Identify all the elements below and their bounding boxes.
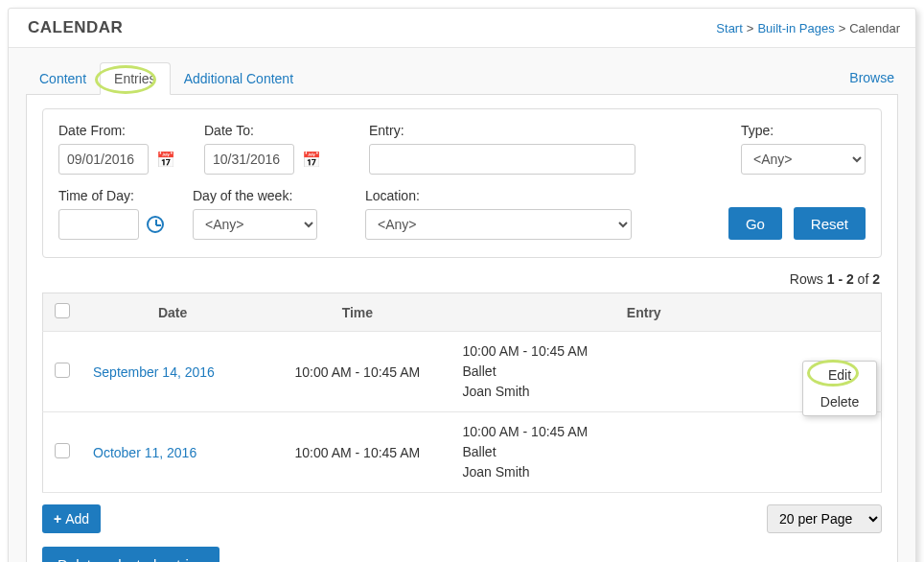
tab-content[interactable]: Content	[26, 63, 100, 94]
go-button[interactable]: Go	[728, 207, 782, 240]
select-all-checkbox[interactable]	[55, 303, 70, 318]
label-date-to: Date To:	[204, 123, 321, 138]
calendar-icon[interactable]: 📅	[156, 151, 175, 169]
breadcrumb-current: Calendar	[849, 21, 900, 35]
delete-selected-button[interactable]: Delete selected entries	[42, 547, 219, 562]
label-day-of-week: Day of the week:	[193, 188, 317, 203]
breadcrumb-builtin[interactable]: Built-in Pages	[757, 21, 834, 35]
row-date-link[interactable]: October 11, 2016	[93, 445, 196, 460]
page-title: CALENDAR	[28, 18, 123, 37]
row-entry: 10:00 AM - 10:45 AM Ballet Joan Smith	[451, 332, 838, 412]
tab-entries[interactable]: Entries	[100, 62, 171, 95]
label-date-from: Date From:	[58, 123, 175, 138]
label-time-of-day: Time of Day:	[58, 188, 164, 203]
plus-icon: +	[54, 511, 61, 527]
table-row: September 14, 2016 10:00 AM - 10:45 AM 1…	[43, 332, 882, 412]
column-date: Date	[81, 293, 264, 332]
calendar-icon[interactable]: 📅	[302, 151, 321, 169]
filter-panel: Date From: 📅 Date To: 📅	[42, 108, 882, 258]
row-time: 10:00 AM - 10:45 AM	[264, 412, 450, 493]
date-to-input[interactable]	[204, 144, 294, 175]
dropdown-delete[interactable]: Delete	[803, 388, 876, 415]
time-of-day-input[interactable]	[58, 209, 139, 240]
row-checkbox[interactable]	[55, 363, 70, 378]
tab-additional-content[interactable]: Additional Content	[171, 63, 307, 94]
row-entry: 10:00 AM - 10:45 AM Ballet Joan Smith	[451, 412, 838, 493]
browse-link[interactable]: Browse	[845, 62, 898, 93]
add-button[interactable]: +Add	[42, 504, 101, 533]
column-entry: Entry	[451, 293, 838, 332]
location-select[interactable]: <Any>	[365, 209, 632, 240]
row-checkbox[interactable]	[55, 443, 70, 458]
row-actions-dropdown: Edit Delete	[802, 361, 877, 416]
type-select[interactable]: <Any>	[741, 144, 866, 175]
row-time: 10:00 AM - 10:45 AM	[264, 332, 450, 412]
clock-icon[interactable]	[147, 216, 164, 233]
reset-button[interactable]: Reset	[794, 207, 866, 240]
dropdown-edit[interactable]: Edit	[803, 362, 876, 388]
entries-table: Date Time Entry September 14, 2016 10:00…	[42, 293, 882, 493]
day-of-week-select[interactable]: <Any>	[193, 209, 317, 240]
label-location: Location:	[365, 188, 632, 203]
row-date-link[interactable]: September 14, 2016	[93, 364, 215, 380]
table-row: October 11, 2016 10:00 AM - 10:45 AM 10:…	[43, 412, 882, 493]
entry-input[interactable]	[369, 144, 635, 175]
label-entry: Entry:	[369, 123, 635, 138]
breadcrumb-start[interactable]: Start	[716, 21, 742, 35]
label-type: Type:	[741, 123, 866, 138]
date-from-input[interactable]	[58, 144, 149, 175]
per-page-select[interactable]: 20 per Page	[767, 504, 882, 533]
breadcrumb: Start>Built-in Pages>Calendar	[716, 21, 900, 35]
rows-info: Rows 1 - 2 of 2	[42, 271, 880, 287]
column-time: Time	[264, 293, 450, 332]
